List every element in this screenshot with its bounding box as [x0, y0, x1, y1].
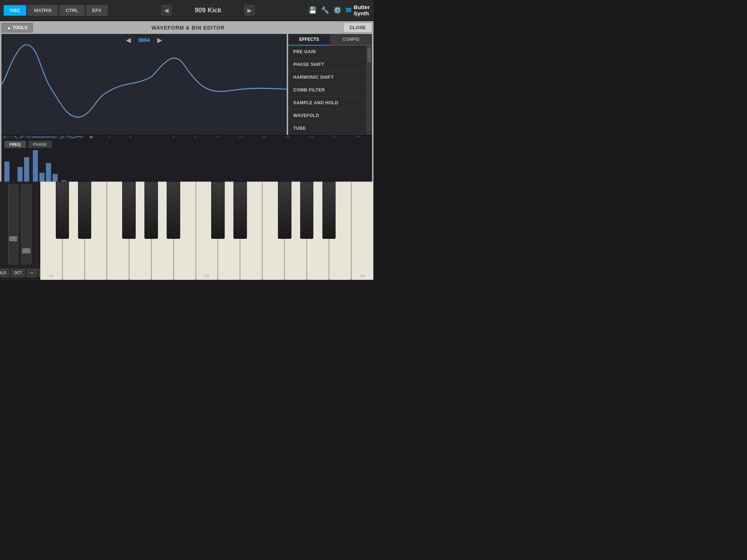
effects-scrollbar[interactable] [366, 46, 372, 135]
black-key-2-0[interactable] [56, 182, 69, 239]
effect-pregain[interactable]: PRE GAIN [288, 46, 366, 58]
effects-panel: EFFECTS CONFIG PRE GAIN PHASE SHIFT HARM… [288, 34, 372, 135]
black-key-2-4[interactable] [144, 182, 158, 239]
black-key-2-5[interactable] [167, 182, 180, 239]
thumb-label-6: 6 [129, 135, 132, 138]
preset-nav: ◀ 909 Kick ▶ [161, 5, 255, 15]
black-key-3-5[interactable] [322, 182, 336, 239]
key-label-C4: C4 [360, 274, 365, 277]
close-button[interactable]: CLOSE [343, 23, 372, 32]
thumbnail-strip: 1 2 3 + 5 6 7 8 [1, 135, 372, 139]
black-key-2-1[interactable] [78, 182, 92, 239]
bin-tab-freq[interactable]: FREQ [4, 141, 26, 148]
effects-list: PRE GAIN PHASE SHIFT HARMONIC SHIFT COMB… [288, 46, 366, 135]
waveform-next-arrow[interactable]: ▶ [157, 36, 162, 44]
preset-name: 909 Kick [175, 7, 241, 14]
effect-wavefold[interactable]: WAVEFOLD [288, 109, 366, 122]
keyboard-area: HOLD OCT — + C2C3C4 [0, 182, 374, 280]
waveform-number: 0004 [138, 37, 150, 43]
effects-right: PRE GAIN PHASE SHIFT HARMONIC SHIFT COMB… [288, 46, 372, 135]
bin-tabs: FREQ PHASE [4, 141, 369, 148]
settings-icon[interactable]: ⚙️ [333, 6, 341, 14]
tools-button[interactable]: ▲ TOOLS [1, 23, 33, 32]
piano: C2C3C4 [40, 182, 374, 280]
black-key-3-4[interactable] [300, 182, 314, 239]
thumb-number-labels: 5 6 7 8 9 10 11 12 13 14 15 16 [98, 135, 370, 139]
tab-osc[interactable]: OSC [4, 5, 26, 16]
svg-rect-0 [1, 34, 287, 135]
main-area: ▲ TOOLS WAVEFORM & BIN EDITOR CLOSE ◀ 00… [0, 21, 374, 280]
waveform-nav: ◀ 0004 ▶ [1, 36, 287, 44]
thumb-label-5: 5 [108, 135, 111, 138]
thumb-waveform-2 [31, 135, 57, 139]
logo-text: ButterSynth [354, 4, 370, 16]
thumb-label-8: 8 [173, 135, 175, 138]
logo-waves-icon: ≋ [345, 5, 352, 15]
thumb-label-13: 13 [286, 135, 290, 138]
pitch-slider[interactable] [8, 184, 18, 264]
preset-next-button[interactable]: ▶ [244, 5, 255, 15]
editor-section: ▲ TOOLS WAVEFORM & BIN EDITOR CLOSE ◀ 00… [0, 21, 374, 182]
keyboard-controls: HOLD OCT — + [0, 182, 40, 280]
piano-container: C2C3C4 [40, 182, 374, 280]
waveform-effects-row: ◀ 0004 ▶ EFFECTS CONFIG [1, 34, 372, 135]
nav-tabs: OSC MATRIX CTRL EFX [4, 5, 108, 16]
effects-tab-effects[interactable]: EFFECTS [288, 34, 330, 46]
thumb-waveform-1 [4, 135, 30, 139]
preset-prev-button[interactable]: ◀ [161, 5, 171, 15]
effects-tab-config[interactable]: CONFIG [330, 34, 372, 46]
thumb-label-16: 16 [356, 135, 360, 138]
top-bar: OSC MATRIX CTRL EFX ◀ 909 Kick ▶ 💾 🔧 ⚙️ … [0, 0, 374, 21]
bin-bar-4[interactable] [33, 150, 38, 187]
black-key-3-0[interactable] [211, 182, 225, 239]
editor-title: WAVEFORM & BIN EDITOR [151, 25, 225, 31]
key-label-C2: C2 [49, 274, 54, 277]
thumb-3[interactable]: 3 [58, 135, 84, 139]
mod-slider[interactable] [21, 184, 31, 264]
effect-combfilter[interactable]: COMB FILTER [288, 84, 366, 97]
thumb-2[interactable]: 2 [31, 135, 57, 139]
editor-header: ▲ TOOLS WAVEFORM & BIN EDITOR CLOSE [1, 23, 372, 32]
thumb-label-10: 10 [215, 135, 219, 138]
pitch-slider-container [8, 184, 18, 264]
oct-minus-button[interactable]: — [27, 269, 37, 277]
keyboard-bottom-controls: HOLD OCT — + [1, 267, 38, 277]
top-icons: 💾 🔧 ⚙️ [309, 6, 341, 14]
oct-label: OCT [11, 269, 25, 277]
effect-samplehold[interactable]: SAMPLE AND HOLD [288, 97, 366, 109]
hold-button[interactable]: HOLD [0, 269, 9, 277]
waveform-prev-arrow[interactable]: ◀ [126, 36, 131, 44]
black-key-2-3[interactable] [122, 182, 136, 239]
effect-tube[interactable]: TUBE [288, 122, 366, 135]
thumb-label-12: 12 [262, 135, 266, 138]
add-thumb-button[interactable]: + [85, 135, 98, 139]
bin-tab-phase[interactable]: PHASE [28, 141, 52, 148]
key-C4[interactable]: C4 [351, 182, 374, 280]
tab-ctrl[interactable]: CTRL [59, 5, 85, 16]
logo: ≋ ButterSynth [345, 4, 370, 16]
black-key-3-1[interactable] [233, 182, 247, 239]
thumb-label-7: 7 [151, 135, 153, 138]
mod-thumb [22, 248, 30, 253]
wrench-icon[interactable]: 🔧 [321, 6, 329, 14]
mod-slider-container [21, 184, 31, 264]
effect-harmonicshift[interactable]: HARMONIC SHIFT [288, 71, 366, 84]
effects-tabs: EFFECTS CONFIG [288, 34, 372, 46]
thumb-1[interactable]: 1 [4, 135, 30, 139]
effect-phaseshift[interactable]: PHASE SHIFT [288, 58, 366, 71]
thumb-label-15: 15 [333, 135, 337, 138]
scrollbar-thumb [367, 48, 371, 62]
thumb-waveform-3 [58, 135, 84, 139]
waveform-area: ◀ 0004 ▶ [1, 34, 287, 135]
pitch-thumb [9, 236, 17, 241]
tab-efx[interactable]: EFX [86, 5, 108, 16]
keyboard-sliders [1, 184, 38, 264]
waveform-svg [1, 34, 287, 135]
save-icon[interactable]: 💾 [309, 6, 317, 14]
thumb-label-9: 9 [194, 135, 196, 138]
thumb-label-14: 14 [309, 135, 313, 138]
thumb-label-11: 11 [239, 135, 243, 138]
key-label-C3: C3 [205, 274, 209, 277]
black-key-3-3[interactable] [278, 182, 291, 239]
tab-matrix[interactable]: MATRIX [28, 5, 58, 16]
